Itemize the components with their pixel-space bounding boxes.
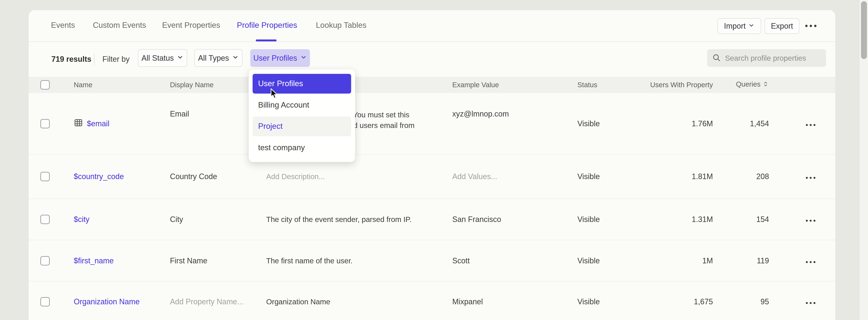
row-checkbox[interactable] bbox=[40, 297, 50, 307]
filter-by-label: Filter by bbox=[102, 55, 130, 64]
search-input[interactable] bbox=[724, 54, 821, 63]
chevron-down-icon bbox=[232, 54, 239, 63]
users-with-property-cell: 1,675 bbox=[645, 297, 713, 306]
scrollbar-track[interactable] bbox=[859, 0, 868, 320]
row-checkbox[interactable] bbox=[40, 172, 50, 181]
status-cell[interactable]: Visible bbox=[578, 256, 600, 265]
status-cell[interactable]: Visible bbox=[578, 297, 600, 306]
display-name-cell[interactable]: Email bbox=[170, 109, 189, 118]
table-row: $first_name First Name The first name of… bbox=[29, 240, 835, 282]
export-button[interactable]: Export bbox=[765, 18, 799, 34]
vertical-divider bbox=[94, 53, 95, 65]
users-with-property-cell: 1.76M bbox=[645, 119, 713, 128]
users-with-property-cell: 1M bbox=[645, 256, 713, 265]
status-filter-dropdown[interactable]: All Status bbox=[138, 49, 187, 67]
row-actions-button[interactable] bbox=[804, 172, 817, 181]
ellipsis-icon bbox=[806, 256, 816, 265]
example-value-cell[interactable]: San Francisco bbox=[452, 215, 501, 224]
name-cell: $email bbox=[74, 118, 110, 129]
chevron-down-icon bbox=[300, 54, 307, 63]
profile-type-filter-label: User Profiles bbox=[253, 54, 297, 63]
row-actions-button[interactable] bbox=[804, 256, 817, 265]
column-header-users-with-property[interactable]: Users With Property bbox=[645, 81, 713, 89]
display-name-cell[interactable]: First Name bbox=[170, 256, 207, 265]
ellipsis-icon bbox=[806, 215, 816, 224]
type-filter-label: All Types bbox=[198, 54, 229, 63]
property-name-link[interactable]: $email bbox=[87, 119, 110, 128]
export-button-label: Export bbox=[771, 22, 793, 31]
row-actions-button[interactable] bbox=[804, 215, 817, 224]
queries-cell: 208 bbox=[727, 172, 769, 181]
example-value-cell[interactable]: Scott bbox=[452, 256, 470, 265]
users-with-property-cell: 1.81M bbox=[645, 172, 713, 181]
table-row: $email Email The user's email address. Y… bbox=[29, 93, 835, 155]
tab-profile-properties[interactable]: Profile Properties bbox=[237, 21, 297, 30]
status-cell[interactable]: Visible bbox=[578, 172, 600, 181]
row-actions-button[interactable] bbox=[804, 297, 817, 306]
property-name-link[interactable]: $country_code bbox=[74, 172, 124, 181]
property-name-link[interactable]: Organization Name bbox=[74, 297, 140, 306]
row-actions-button[interactable] bbox=[804, 119, 817, 128]
table-header: Name Display Name Example Value Status U… bbox=[29, 77, 835, 93]
display-name-cell[interactable]: Country Code bbox=[170, 172, 217, 181]
column-header-name[interactable]: Name bbox=[74, 81, 92, 89]
select-all-checkbox[interactable] bbox=[40, 80, 50, 90]
import-button-label: Import bbox=[724, 22, 746, 31]
tab-events[interactable]: Events bbox=[51, 21, 75, 30]
column-header-queries[interactable]: Queries bbox=[727, 80, 769, 90]
example-value-cell[interactable]: Add Values... bbox=[452, 172, 497, 181]
row-checkbox[interactable] bbox=[40, 119, 50, 129]
display-name-cell[interactable]: City bbox=[170, 215, 183, 224]
overflow-menu-button[interactable] bbox=[804, 23, 817, 30]
scrollbar-thumb[interactable] bbox=[861, 1, 867, 59]
name-cell: $country_code bbox=[74, 172, 124, 181]
sort-icon[interactable] bbox=[762, 80, 769, 90]
row-checkbox[interactable] bbox=[40, 256, 50, 265]
status-cell[interactable]: Visible bbox=[578, 119, 600, 128]
dropdown-item-project[interactable]: Project bbox=[253, 116, 351, 136]
table-row: $city City The city of the event sender,… bbox=[29, 199, 835, 240]
tab-lookup-tables[interactable]: Lookup Tables bbox=[316, 21, 367, 30]
dropdown-item-test-company[interactable]: test company bbox=[253, 138, 351, 158]
display-name-cell[interactable]: Add Property Name... bbox=[170, 297, 243, 306]
ellipsis-icon bbox=[806, 119, 816, 128]
profile-type-filter-dropdown[interactable]: User Profiles bbox=[250, 49, 310, 67]
dropdown-item-billing-account[interactable]: Billing Account bbox=[253, 95, 351, 115]
description-cell[interactable]: The first name of the user. bbox=[266, 255, 415, 266]
tab-custom-events[interactable]: Custom Events bbox=[93, 21, 146, 30]
chevron-down-icon bbox=[177, 54, 184, 63]
column-header-status[interactable]: Status bbox=[578, 81, 597, 89]
example-value-cell[interactable]: Mixpanel bbox=[452, 297, 483, 306]
status-cell[interactable]: Visible bbox=[578, 215, 600, 224]
content-card: Events Custom Events Event Properties Pr… bbox=[29, 10, 835, 320]
queries-cell: 1,454 bbox=[727, 119, 769, 128]
type-filter-dropdown[interactable]: All Types bbox=[194, 49, 242, 67]
ellipsis-icon bbox=[806, 297, 816, 306]
description-cell[interactable]: Organization Name bbox=[266, 296, 415, 307]
description-cell[interactable]: Add Description... bbox=[266, 171, 415, 182]
search-icon bbox=[712, 53, 721, 63]
name-cell: $city bbox=[74, 215, 89, 224]
filter-bar: 719 results Filter by All Status All Typ… bbox=[29, 42, 835, 77]
tab-event-properties[interactable]: Event Properties bbox=[162, 21, 220, 30]
users-with-property-cell: 1.31M bbox=[645, 215, 713, 224]
dropdown-item-user-profiles[interactable]: User Profiles bbox=[253, 74, 351, 94]
results-count: 719 results bbox=[52, 55, 91, 64]
queries-cell: 119 bbox=[727, 256, 769, 265]
tab-bar: Events Custom Events Event Properties Pr… bbox=[29, 10, 835, 42]
search-box bbox=[707, 49, 826, 67]
row-checkbox[interactable] bbox=[40, 215, 50, 224]
table-row: $country_code Country Code Add Descripti… bbox=[29, 155, 835, 199]
queries-cell: 95 bbox=[727, 297, 769, 306]
mouse-cursor bbox=[270, 88, 280, 100]
property-name-link[interactable]: $first_name bbox=[74, 256, 114, 265]
import-button[interactable]: Import bbox=[717, 18, 761, 34]
table-row: Organization Name Add Property Name... O… bbox=[29, 282, 835, 320]
column-header-example-value[interactable]: Example Value bbox=[452, 81, 499, 89]
column-header-display-name[interactable]: Display Name bbox=[170, 81, 214, 89]
example-value-cell[interactable]: xyz@lmnop.com bbox=[452, 109, 509, 118]
queries-header-label: Queries bbox=[736, 80, 761, 88]
property-name-link[interactable]: $city bbox=[74, 215, 89, 224]
profile-type-dropdown-menu: User Profiles Billing Account Project te… bbox=[249, 69, 355, 162]
description-cell[interactable]: The city of the event sender, parsed fro… bbox=[266, 214, 415, 225]
